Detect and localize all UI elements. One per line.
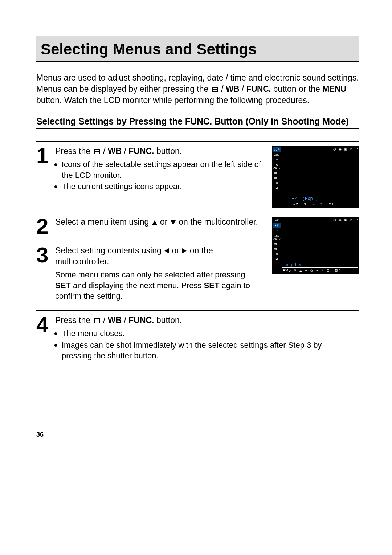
step-3: 3 Select setting contents using or on th… [36,245,266,306]
step-1-number: 1 [36,146,51,166]
step-1-bullet-2: The current settings icons appear. [62,181,266,192]
slash-1: / [221,84,226,94]
wb-options-text: AWB ☀ ☁ ✲ ☼ ✦ ⚡ ⊡¹ ⊡² [283,268,341,273]
step-3-pre: Select setting contents using [55,246,164,255]
up-arrow-icon [152,220,157,225]
lcd-screenshot-2: ◔ ◉ ▣ ⌂ P ±0 ☀ ▭ ISO AUTO OFF OFF ▨ ◢L T… [272,217,359,274]
step-3-detail: Some menu items can only be selected aft… [55,269,261,302]
step-4-post: button. [156,315,182,325]
d-pre: Some menu items can only be selected aft… [55,270,245,279]
step-3-head: Select setting contents using or on the … [55,245,261,267]
lcd1-side-off2: OFF [273,176,281,180]
lcd1-side-size: ◢L [273,186,281,191]
step-1-head: Press the / WB / FUNC. button. [55,146,266,157]
lcd2-side-off1: OFF [273,242,281,246]
lcd1-side-icons: ±0 AWB ▭ ISO AUTO OFF OFF ▨ ◢L [272,146,282,208]
step-2-mid: or [160,217,170,227]
wb-label: WB [226,84,239,94]
set-label-1: SET [55,281,71,290]
step-4-bullet-1: The menu closes. [62,328,354,339]
intro-text-2: button or the [273,84,323,94]
menu-label: MENU [322,84,346,94]
lcd2-side-exp: ±0 [273,218,281,222]
lcd1-side-exp: ±0 [273,147,281,152]
section-title-bar: Selecting Menus and Settings [36,36,359,62]
lcd1-scale: -2..1..0..1..2+ [292,202,358,207]
step-1-post: button. [156,146,182,156]
lcd2-caption: Tungsten [282,262,303,268]
slash: / [103,315,108,325]
d-mid: and displaying the next menu. Press [73,281,204,290]
lcd1-side-awb: AWB [273,153,281,157]
lcd2-side-wb: ☀ [273,223,281,228]
step-2-pre: Select a menu item using [55,217,151,227]
subhead-pre: Selecting Settings by Pressing the [36,116,185,126]
left-arrow-icon [164,248,169,253]
exposure-compensation-icon [94,149,100,154]
lcd2-side-size: ◢L [273,257,281,261]
lcd2-side-comp: ▨ [273,252,281,256]
slash: / [103,146,108,156]
step-3-mid: or [172,246,182,255]
step-4: 4 Press the / WB / FUNC. button. The men… [36,310,359,366]
subhead-func: FUNC. [185,116,212,126]
step-4-number: 4 [36,315,51,335]
step-2-post: on the multicontroller. [179,217,258,227]
step-2: 2 Select a menu item using or on the mul… [36,217,266,236]
lcd2-side-drive: ▭ [273,229,281,233]
page-number: 36 [36,431,359,438]
step-1: 1 Press the / WB / FUNC. button. Icons o… [36,141,359,208]
lcd-screenshot-1: ◔ ◉ ▣ ⌂ P ±0 AWB ▭ ISO AUTO OFF OFF ▨ ◢L… [272,146,359,208]
step-2-head: Select a menu item using or on the multi… [55,217,261,228]
lcd2-wb-options: AWB ☀ ☁ ✲ ☼ ✦ ⚡ ⊡¹ ⊡² [282,267,358,273]
selection-cursor-icon [277,224,279,227]
right-arrow-icon [182,248,187,253]
step-1-body: Press the / WB / FUNC. button. Icons of … [55,146,272,196]
slash-2: / [242,84,246,94]
lcd1-bottom: +/- (Exp.) -2..1..0..1..2+ [292,196,358,207]
section-title: Selecting Menus and Settings [41,41,355,58]
step-4-head: Press the / WB / FUNC. button. [55,315,354,326]
exposure-compensation-icon [212,87,218,92]
subsection-heading: Selecting Settings by Pressing the FUNC.… [36,116,359,129]
lcd1-side-comp: ▨ [273,181,281,185]
func-label: FUNC. [128,146,154,156]
func-label: FUNC. [128,315,154,325]
step-1-bullets: Icons of the selectable settings appear … [62,159,266,192]
lcd1-side-iso: ISO AUTO [273,163,281,170]
selection-cursor-icon [278,148,280,151]
divider [36,241,266,241]
intro-text-3: button. Watch the LCD monitor while perf… [36,95,309,105]
step-1-pre: Press the [55,146,93,156]
step-1-bullet-1: Icons of the selectable settings appear … [62,159,266,180]
manual-page: Selecting Menus and Settings Menus are u… [0,0,392,460]
step-4-pre: Press the [55,315,93,325]
lcd1-side-drive: ▭ [273,158,281,162]
slash: / [124,146,128,156]
step-3-number: 3 [36,245,51,265]
step-4-bullets: The menu closes. Images can be shot imme… [62,328,354,361]
wb-label: WB [108,315,122,325]
lcd1-side-off1: OFF [273,171,281,175]
steps-2-3-group: 2 Select a menu item using or on the mul… [36,212,359,306]
step-4-bullet-2: Images can be shot immediately with the … [62,340,354,361]
lcd2-side-icons: ±0 ☀ ▭ ISO AUTO OFF OFF ▨ ◢L [272,217,282,274]
func-label: FUNC. [246,84,271,94]
lcd1-caption: +/- (Exp.) [292,196,358,201]
step-2-number: 2 [36,217,51,236]
lcd2-side-off2: OFF [273,247,281,251]
exposure-compensation-icon [94,318,100,323]
subhead-post: Button (Only in Shooting Mode) [214,116,348,126]
set-label-2: SET [204,281,220,290]
down-arrow-icon [171,220,176,225]
slash: / [124,315,128,325]
intro-paragraph: Menus are used to adjust shooting, repla… [36,72,359,106]
lcd2-side-iso: ISO AUTO [273,234,281,241]
wb-label: WB [108,146,122,156]
